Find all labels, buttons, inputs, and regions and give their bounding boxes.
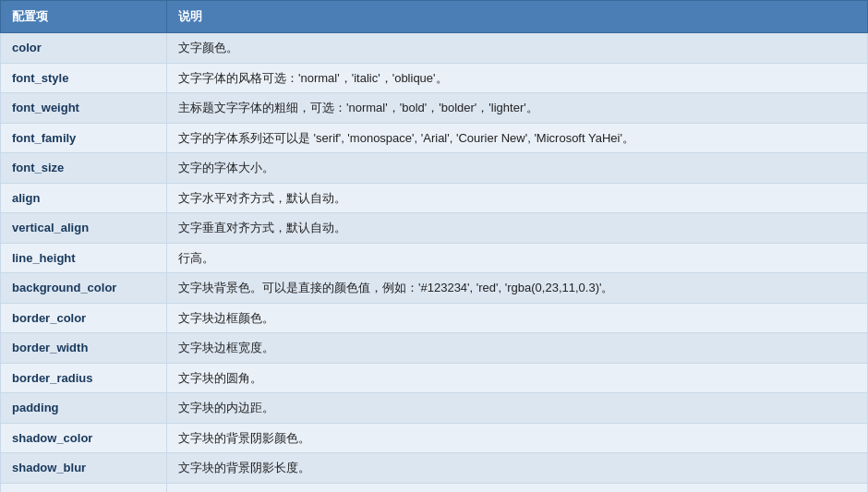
- cell-description: 文字块边框宽度。: [167, 333, 868, 364]
- cell-description: 文字字体的风格可选：'normal'，'italic'，'oblique'。: [167, 63, 868, 93]
- table-row: border_width文字块边框宽度。: [1, 333, 868, 364]
- cell-description: 文字颜色。: [167, 33, 868, 64]
- table-row: border_color文字块边框颜色。: [1, 303, 868, 333]
- cell-description: 文字的字体系列还可以是 'serif', 'monospace', 'Arial…: [167, 123, 868, 153]
- cell-description: 主标题文字字体的粗细，可选：'normal'，'bold'，'bolder'，'…: [167, 93, 868, 124]
- header-description: 说明: [167, 1, 868, 33]
- cell-key: line_height: [1, 243, 167, 273]
- table-row: shadow_color文字块的背景阴影颜色。: [1, 423, 868, 453]
- table-row: color文字颜色。: [1, 33, 868, 64]
- table-row: background_color文字块背景色。可以是直接的颜色值，例如：'#12…: [1, 273, 868, 304]
- header-key: 配置项: [1, 1, 167, 33]
- cell-description: 文字块的宽度。: [167, 483, 868, 492]
- table-row: font_weight主标题文字字体的粗细，可选：'normal'，'bold'…: [1, 93, 868, 124]
- cell-key: align: [1, 183, 167, 213]
- config-table: 配置项 说明 color文字颜色。font_style文字字体的风格可选：'no…: [0, 0, 868, 492]
- cell-description: 行高。: [167, 243, 868, 273]
- cell-description: 文字块的背景阴影颜色。: [167, 423, 868, 453]
- table-row: font_style文字字体的风格可选：'normal'，'italic'，'o…: [1, 63, 868, 93]
- cell-key: border_color: [1, 303, 167, 333]
- cell-description: 文字水平对齐方式，默认自动。: [167, 183, 868, 213]
- table-row: line_height行高。: [1, 243, 868, 273]
- cell-description: 文字块背景色。可以是直接的颜色值，例如：'#123234', 'red', 'r…: [167, 273, 868, 304]
- cell-key: vertical_align: [1, 213, 167, 244]
- table-row: font_size文字的字体大小。: [1, 153, 868, 184]
- cell-key: width: [1, 483, 167, 492]
- cell-key: background_color: [1, 273, 167, 304]
- cell-key: border_radius: [1, 363, 167, 393]
- table-row: align文字水平对齐方式，默认自动。: [1, 183, 868, 213]
- table-row: vertical_align文字垂直对齐方式，默认自动。: [1, 213, 868, 244]
- table-header-row: 配置项 说明: [1, 1, 868, 33]
- cell-key: shadow_blur: [1, 453, 167, 484]
- cell-key: font_size: [1, 153, 167, 184]
- cell-key: color: [1, 33, 167, 64]
- table-row: border_radius文字块的圆角。: [1, 363, 868, 393]
- cell-description: 文字块的圆角。: [167, 363, 868, 393]
- cell-description: 文字的字体大小。: [167, 153, 868, 184]
- table-row: padding文字块的内边距。: [1, 393, 868, 424]
- cell-description: 文字块边框颜色。: [167, 303, 868, 333]
- table-row: shadow_blur文字块的背景阴影长度。: [1, 453, 868, 484]
- table-row: font_family文字的字体系列还可以是 'serif', 'monospa…: [1, 123, 868, 153]
- table-row: width文字块的宽度。: [1, 483, 868, 492]
- cell-key: shadow_color: [1, 423, 167, 453]
- cell-description: 文字垂直对齐方式，默认自动。: [167, 213, 868, 244]
- cell-key: font_style: [1, 63, 167, 93]
- cell-key: font_weight: [1, 93, 167, 124]
- cell-key: font_family: [1, 123, 167, 153]
- cell-description: 文字块的内边距。: [167, 393, 868, 424]
- cell-key: border_width: [1, 333, 167, 364]
- cell-key: padding: [1, 393, 167, 424]
- cell-description: 文字块的背景阴影长度。: [167, 453, 868, 484]
